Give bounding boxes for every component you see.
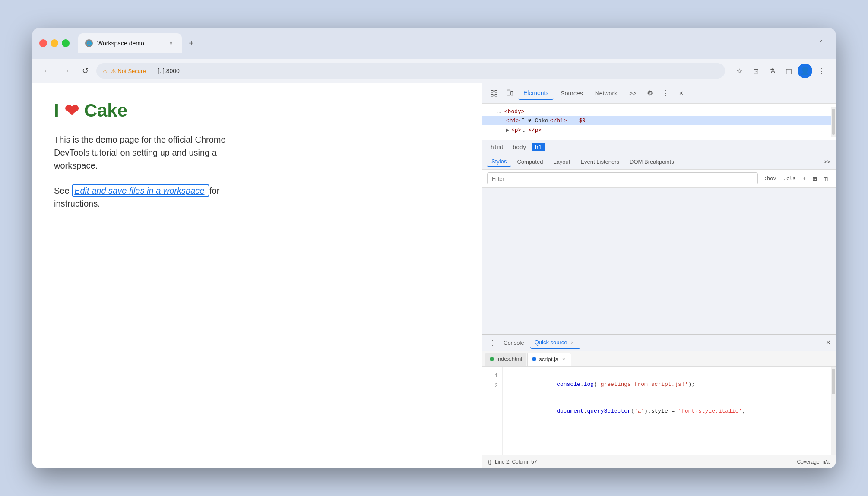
webpage-content: I ❤ Cake This is the demo page for the o… — [32, 83, 482, 468]
coverage-label: Coverage: n/a — [797, 459, 830, 465]
breadcrumb-h1[interactable]: h1 — [532, 143, 545, 151]
tab-styles[interactable]: Styles — [487, 156, 511, 167]
dom-tree-scrollbar[interactable] — [831, 107, 836, 137]
bottom-panel-close[interactable]: × — [826, 338, 830, 347]
script-js-close[interactable]: × — [561, 356, 567, 362]
split-button[interactable]: ◫ — [781, 64, 796, 78]
tab-computed[interactable]: Computed — [513, 157, 547, 167]
dom-h1-open: <h1> — [506, 118, 520, 124]
back-button[interactable]: ← — [39, 63, 55, 79]
tab-dom-breakpoints[interactable]: DOM Breakpoints — [625, 157, 678, 167]
maximize-traffic-light[interactable] — [62, 39, 70, 47]
tab-elements[interactable]: Elements — [518, 87, 554, 100]
heading-cake: Cake — [84, 100, 127, 121]
lab-button[interactable]: ⚗ — [765, 64, 779, 78]
active-tab[interactable]: 🌐 Workspace demo × — [78, 33, 182, 53]
devtools-toolbar: Elements Sources Network >> ⚙ ⋮ × — [482, 83, 836, 104]
devtools-panel: Elements Sources Network >> ⚙ ⋮ × — [482, 83, 836, 468]
tab-more[interactable]: >> — [624, 87, 641, 99]
tab-dropdown-button[interactable]: ˅ — [813, 35, 829, 51]
breadcrumb-html[interactable]: html — [487, 143, 507, 151]
reload-button[interactable]: ↺ — [77, 63, 93, 79]
force-state-button[interactable]: ⊞ — [810, 174, 820, 184]
devtools-close-button[interactable]: × — [674, 86, 688, 100]
instructions-text: instructions. — [54, 199, 100, 208]
add-style-button[interactable]: + — [800, 175, 808, 182]
code-document: document — [557, 408, 583, 414]
extension-button[interactable]: ⊡ — [748, 64, 763, 78]
file-tab-index-html[interactable]: index.html — [485, 353, 526, 366]
styles-more-button[interactable]: >> — [824, 159, 830, 165]
toggle-css-button[interactable]: ◫ — [821, 174, 830, 184]
code-content[interactable]: console.log('greetings from script.js!')… — [503, 367, 831, 455]
instructions-label: for — [209, 186, 219, 195]
quick-source-close[interactable]: × — [569, 339, 576, 346]
status-right: Coverage: n/a — [797, 459, 830, 465]
code-log: log — [584, 381, 594, 388]
quick-source-label: Quick source — [535, 339, 567, 346]
see-label: See — [54, 186, 70, 195]
workspace-link[interactable]: Edit and save files in a workspace — [74, 186, 204, 195]
tab-console[interactable]: Console — [499, 338, 529, 348]
body-paragraph: This is the demo page for the official C… — [54, 133, 253, 172]
svg-rect-0 — [491, 90, 493, 92]
tab-event-listeners[interactable]: Event Listeners — [576, 157, 624, 167]
code-str2b: 'font-style:italic' — [678, 408, 742, 414]
device-toolbar-button[interactable] — [503, 86, 516, 100]
new-tab-button[interactable]: + — [184, 35, 199, 51]
bottom-panel: ⋮ Console Quick source × × index.html — [482, 334, 836, 468]
tab-network[interactable]: Network — [590, 87, 622, 99]
browser-window: 🌐 Workspace demo × + ˅ ← → ↺ ⚠ ⚠ Not Sec… — [32, 28, 836, 468]
devtools-settings-button[interactable]: ⚙ — [643, 86, 657, 100]
tab-close-button[interactable]: × — [167, 39, 175, 47]
styles-filter-input[interactable] — [487, 172, 758, 184]
body-link-paragraph: See Edit and save files in a workspace f… — [54, 184, 253, 210]
dom-eq: == — [571, 118, 577, 124]
menu-button[interactable]: ⋮ — [814, 64, 829, 78]
tab-layout[interactable]: Layout — [549, 157, 574, 167]
minimize-traffic-light[interactable] — [51, 39, 58, 47]
hov-button[interactable]: :hov — [761, 175, 779, 182]
styles-panel: Styles Computed Layout Event Listeners D… — [482, 154, 836, 334]
dom-row-body[interactable]: … <body> — [482, 107, 831, 116]
address-bar[interactable]: ⚠ ⚠ Not Secure | [::]:8000 — [96, 63, 725, 79]
elements-panel: … <body> <h1> I ♥ Cake </h1> == $0 — [482, 104, 836, 334]
dom-dollar: $0 — [579, 118, 585, 124]
format-icon[interactable]: {} — [488, 459, 491, 465]
tab-sources[interactable]: Sources — [555, 87, 588, 99]
bottom-panel-dots[interactable]: ⋮ — [487, 337, 497, 349]
cls-button[interactable]: .cls — [781, 175, 798, 182]
dom-row-p[interactable]: ▶ <p> … </p> — [482, 125, 831, 135]
styles-actions: :hov .cls + ⊞ ◫ — [761, 174, 830, 184]
bookmark-button[interactable]: ☆ — [732, 64, 747, 78]
dom-h1-close: </h1> — [550, 118, 567, 124]
index-html-label: index.html — [497, 356, 522, 362]
code-console: console — [557, 381, 580, 388]
url-text: [::]:8000 — [158, 67, 180, 74]
dom-row-h1[interactable]: <h1> I ♥ Cake </h1> == $0 — [482, 116, 831, 125]
dom-dots[interactable]: … — [497, 108, 501, 115]
code-editor-scrollbar[interactable] — [831, 367, 836, 455]
tab-quick-source[interactable]: Quick source × — [530, 337, 580, 349]
close-traffic-light[interactable] — [39, 39, 47, 47]
svg-rect-5 — [511, 91, 513, 95]
script-js-dot — [532, 357, 536, 361]
devtools-more-button[interactable]: ⋮ — [659, 86, 672, 100]
file-tab-script-js[interactable]: script.js × — [527, 353, 571, 366]
breadcrumb-body[interactable]: body — [509, 143, 529, 151]
dom-p-tag: <p> — [511, 127, 521, 134]
security-icon: ⚠ — [102, 68, 108, 74]
profile-button[interactable]: 👤 — [798, 64, 812, 78]
dom-p-close-tag: </p> — [528, 127, 542, 134]
inspect-icon-button[interactable] — [487, 86, 501, 100]
heart-icon: ❤ — [64, 101, 79, 121]
code-queryselector: querySelector — [587, 408, 630, 414]
script-js-label: script.js — [539, 356, 558, 362]
nav-actions: ☆ ⊡ ⚗ ◫ 👤 ⋮ — [732, 64, 829, 78]
forward-button[interactable]: → — [58, 63, 74, 79]
nav-bar: ← → ↺ ⚠ ⚠ Not Secure | [::]:8000 ☆ ⊡ ⚗ ◫… — [32, 59, 836, 83]
code-line-1: console.log('greetings from script.js!')… — [510, 371, 824, 398]
dom-body-tag: <body> — [504, 108, 525, 115]
styles-filter-row: :hov .cls + ⊞ ◫ — [482, 170, 836, 188]
code-str2a: 'a' — [634, 408, 644, 414]
